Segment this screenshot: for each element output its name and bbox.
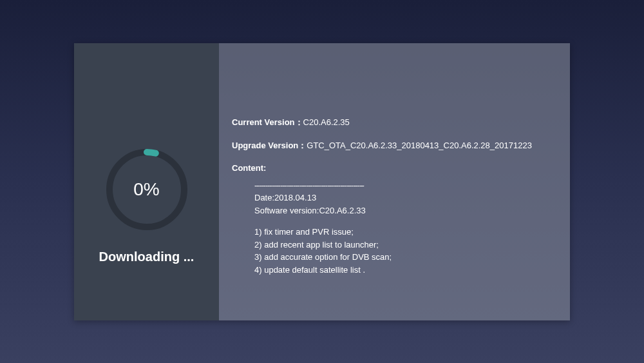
content-item: 4) update default satellite list . — [254, 264, 557, 277]
upgrade-version-value: GTC_OTA_C20.A6.2.33_20180413_C20.A6.2.28… — [307, 141, 532, 150]
content-body: ----------------------------------------… — [232, 179, 557, 277]
progress-circle: 0% — [105, 148, 189, 231]
progress-panel: 0% Downloading ... — [74, 43, 219, 320]
content-software-version: Software version:C20.A6.2.33 — [254, 204, 557, 217]
content-item: 1) fix timer and PVR issue; — [254, 226, 557, 239]
content-date: Date:2018.04.13 — [254, 191, 557, 204]
current-version-row: Current Version：C20.A6.2.35 — [232, 117, 557, 128]
upgrade-version-label: Upgrade Version： — [232, 141, 307, 150]
content-divider: ----------------------------------------… — [254, 179, 557, 192]
update-dialog: 0% Downloading ... Current Version：C20.A… — [74, 43, 570, 320]
content-label: Content: — [232, 163, 557, 173]
current-version-label: Current Version： — [232, 117, 303, 127]
progress-status-text: Downloading ... — [99, 250, 194, 264]
content-item: 3) add accurate option for DVB scan; — [254, 251, 557, 264]
current-version-value: C20.A6.2.35 — [303, 117, 350, 127]
upgrade-version-row: Upgrade Version：GTC_OTA_C20.A6.2.33_2018… — [232, 140, 557, 152]
progress-percent: 0% — [133, 179, 159, 200]
content-item: 2) add recent app list to launcher; — [254, 239, 557, 251]
info-panel: Current Version：C20.A6.2.35 Upgrade Vers… — [219, 43, 570, 320]
